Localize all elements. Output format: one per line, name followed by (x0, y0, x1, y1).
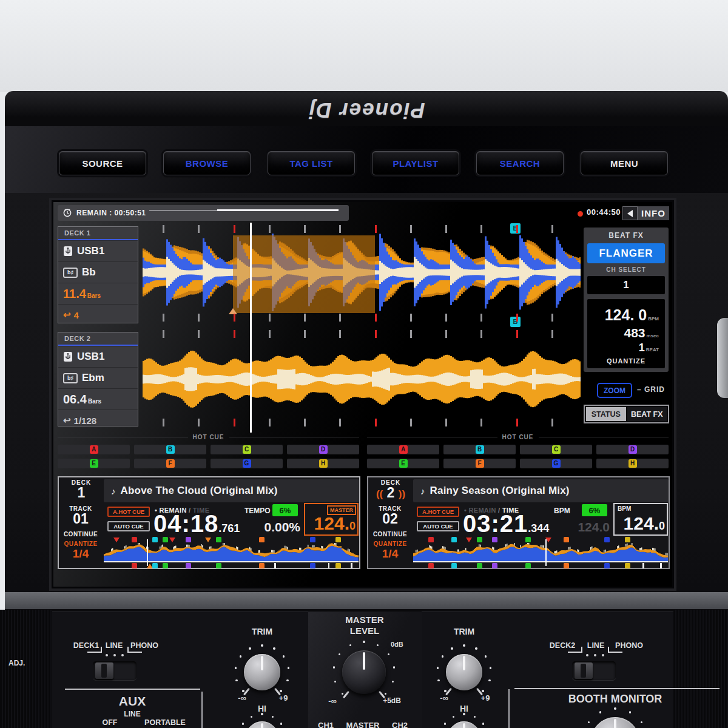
knob-scale-dot (444, 723, 447, 725)
knob-pointer (363, 652, 365, 670)
hot-cue-slot-A[interactable]: A (367, 445, 439, 454)
knob-scale-dot (453, 716, 455, 718)
hot-cue-slot-B[interactable]: B (443, 445, 516, 454)
deck2-overview-waveform[interactable] (413, 537, 668, 568)
nav-button-browse[interactable]: BROWSE (163, 151, 251, 175)
deck2-loop-row: ↩ 1/128 (58, 410, 138, 431)
info-collapse-arrow[interactable] (622, 206, 638, 220)
a-hot-cue-button[interactable]: A.HOT CUE (417, 507, 459, 517)
track-progress-track (149, 210, 217, 211)
hot-cue-badge-D: D (319, 445, 328, 454)
nav-button-menu[interactable]: MENU (581, 151, 668, 175)
hot-cue-slot-H[interactable]: H (596, 459, 669, 468)
booth-monitor-label: BOOTH MONITOR (568, 693, 662, 706)
auto-cue-button[interactable]: AUTO CUE (417, 521, 459, 531)
cue-marker (310, 537, 315, 542)
tempo-value: 0.00% (235, 520, 300, 534)
hot-cue-badge-H: H (319, 459, 328, 468)
hot-cue-b-marker: B (510, 317, 521, 327)
knob-scale-dot (488, 679, 491, 682)
beat-tick (480, 419, 482, 426)
selector-bracket (127, 647, 142, 653)
hot-cue-slot-D[interactable]: D (596, 445, 669, 454)
cue-marker (132, 537, 137, 542)
cue-markers-above (104, 537, 359, 543)
ch-select-value[interactable]: 1 (587, 276, 665, 294)
hot-cue-badge-A: A (399, 445, 408, 454)
cue-marker (310, 563, 315, 568)
beat-tick (269, 330, 271, 338)
overview-baseline (413, 561, 668, 562)
track-remain-bar: REMAIN : 00:50:51 (58, 205, 349, 221)
hot-cue-slot-G[interactable]: G (520, 459, 592, 468)
nav-button-tag-list[interactable]: TAG LIST (268, 151, 355, 175)
beat-tick (339, 225, 341, 233)
ch1-label: CH1 (318, 721, 334, 728)
track-progress-fill (217, 209, 339, 211)
hot-cue-slot-F[interactable]: F (134, 459, 206, 468)
aux-line-label: LINE (124, 710, 140, 718)
hot-cue-slot-D[interactable]: D (287, 445, 359, 454)
trim2-label: TRIM (454, 627, 474, 636)
master-max-label: +5dB (383, 696, 401, 705)
nav-button-playlist[interactable]: PLAYLIST (372, 151, 459, 175)
cue-marker (604, 537, 610, 542)
deck2-bars-row: 06.4 Bars (58, 388, 138, 410)
beat-tick (480, 225, 482, 233)
cue-markers-below (413, 563, 668, 569)
tempo-range-badge: 6% (272, 504, 298, 516)
knob-scale-dot (280, 690, 282, 692)
nav-button-search[interactable]: SEARCH (476, 151, 564, 175)
deck2-zoom-waveform[interactable] (143, 339, 581, 424)
info-button[interactable]: INFO (622, 206, 669, 220)
deck2-input-switch[interactable] (572, 661, 616, 680)
browse-knob-edge[interactable] (717, 318, 728, 398)
key-icon: b♯ (63, 373, 78, 383)
track-number: 02 (368, 512, 412, 525)
beat-tick (551, 225, 553, 233)
nav-button-source[interactable]: SOURCE (59, 151, 146, 175)
deck1-overview-waveform[interactable] (104, 537, 359, 568)
hot-cue-slot-E[interactable]: E (367, 459, 439, 468)
cue-marker (451, 563, 457, 568)
knob-scale-dot (393, 666, 396, 669)
bpm-decimal: 0 (349, 520, 356, 533)
auto-cue-button[interactable]: AUTO CUE (107, 521, 150, 531)
hot-cue-row: ABCD (367, 445, 669, 454)
deck1-input-switch[interactable] (93, 661, 136, 680)
beat-fx-effect-button[interactable]: FLANGER (587, 243, 665, 263)
bpm-label: BPM (554, 507, 570, 515)
hot-cue-slot-E[interactable]: E (58, 459, 130, 468)
selector-bracket (87, 647, 102, 653)
beat-mark (274, 563, 276, 568)
status-beatfx-toggle[interactable]: STATUS BEAT FX (584, 405, 669, 423)
hot-cue-slot-H[interactable]: H (287, 459, 359, 468)
cue-marker (259, 537, 265, 542)
continue-label: CONTINUE (59, 531, 103, 538)
beatfx-tab[interactable]: BEAT FX (627, 407, 667, 421)
cue-marker (525, 563, 531, 568)
a-hot-cue-button[interactable]: A.HOT CUE (107, 507, 150, 517)
hot-cue-slot-B[interactable]: B (134, 445, 206, 454)
tempo-range-badge: 6% (582, 504, 607, 516)
hot-cue-slot-G[interactable]: G (211, 459, 283, 468)
booth-divider-line (514, 688, 720, 689)
hot-cue-slot-C[interactable]: C (211, 445, 283, 454)
cue-marker (259, 563, 265, 568)
cue-marker (152, 537, 158, 542)
playing-paren-right: )) (399, 488, 405, 500)
hot-cue-slot-F[interactable]: F (443, 459, 516, 468)
hot-cue-slot-C[interactable]: C (520, 445, 592, 454)
hot-cue-badge-C: C (552, 445, 561, 454)
zoom-button[interactable]: ZOOM (597, 383, 632, 398)
fx-beat-unit: BEAT (646, 347, 659, 352)
fx-bpm-value: 124. 0 (605, 306, 647, 323)
status-tab[interactable]: STATUS (586, 407, 626, 421)
switch-knob[interactable] (95, 662, 113, 679)
cue-marker (428, 537, 434, 542)
hot-cue-badge-C: C (243, 445, 251, 454)
aux-divider-line (65, 689, 200, 690)
switch-knob[interactable] (575, 662, 593, 679)
hot-cue-slot-A[interactable]: A (58, 445, 130, 454)
cue-marker (477, 563, 482, 568)
